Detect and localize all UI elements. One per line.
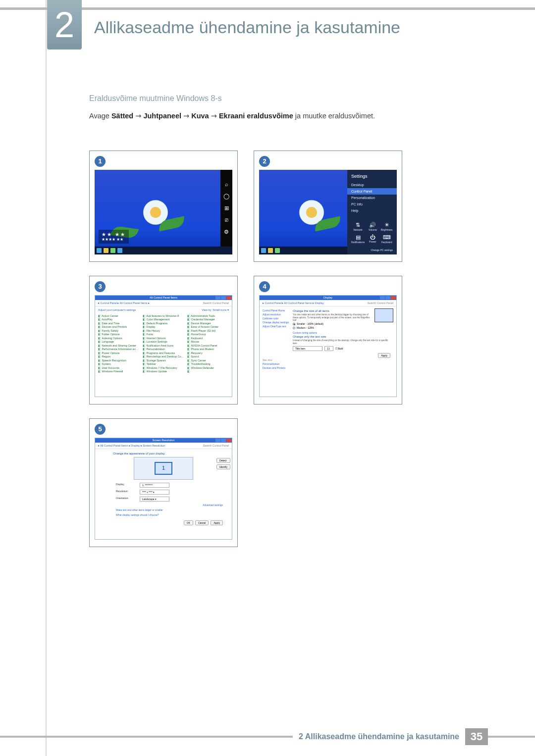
cp-item[interactable]: Color Management (143, 318, 184, 321)
display-preview[interactable]: 1 (134, 457, 193, 480)
taskbar-icon[interactable] (117, 248, 122, 253)
search-input[interactable]: Search Control Panel (203, 302, 229, 304)
max-button[interactable] (385, 296, 390, 300)
min-button[interactable] (380, 296, 385, 300)
cp-item[interactable]: Devices and Printers (98, 325, 140, 328)
taskbar-explorer-icon[interactable] (104, 248, 108, 253)
cp-item[interactable]: Recovery (187, 352, 229, 354)
start-icon[interactable]: ⊞ (223, 205, 229, 211)
min-button[interactable] (215, 439, 220, 442)
cp-item[interactable]: Add features to Windows 8 (143, 314, 184, 317)
ok-button[interactable]: OK (184, 520, 193, 525)
search-icon[interactable]: ⌕ (223, 181, 229, 187)
detect-button[interactable]: Detect (216, 458, 230, 463)
cp-item[interactable]: Windows Defender (187, 366, 229, 369)
sidebar-adjust-resolution[interactable]: Adjust resolution (263, 312, 290, 316)
cp-item[interactable]: Notification Area Icons (143, 344, 184, 347)
settings-item-controlpanel[interactable]: Control Panel (347, 188, 397, 195)
breadcrumb[interactable]: ▸ All Control Panel Items ▸ Display ▸ Sc… (95, 443, 232, 449)
cp-item[interactable]: Location Settings (143, 340, 184, 343)
cp-item[interactable]: Action Center (98, 314, 140, 317)
cp-item[interactable]: Personalization (143, 348, 184, 351)
cp-item[interactable]: Programs and Features (143, 352, 184, 354)
cancel-button[interactable]: Cancel (195, 520, 209, 525)
orientation-dropdown[interactable]: Landscape ▾ (140, 497, 169, 502)
power-icon[interactable]: ⏻Power (367, 234, 378, 244)
cp-item[interactable]: Fonts (143, 333, 184, 336)
cp-item[interactable]: Region (98, 355, 140, 358)
cp-item[interactable]: User Accounts (98, 366, 140, 369)
taskbar-ie-icon[interactable] (97, 248, 102, 253)
settings-icon[interactable]: ⚙ (223, 229, 229, 235)
taskbar-icon[interactable] (275, 248, 280, 253)
max-button[interactable] (221, 439, 226, 442)
cp-item[interactable]: Folder Options (98, 333, 140, 336)
settings-item-help[interactable]: Help (351, 207, 393, 214)
cp-item[interactable]: Display (143, 325, 184, 328)
identify-button[interactable]: Identify (216, 464, 230, 469)
viewby-dropdown[interactable]: View by: Small icons ▾ (202, 308, 229, 311)
cp-item[interactable]: Windows Update (143, 370, 184, 373)
what-settings-link[interactable]: What display settings should I choose? (99, 512, 228, 517)
cp-item[interactable]: RemoteApp and Desktop Connections (143, 355, 184, 358)
cp-item[interactable]: Speech Recognition (98, 359, 140, 362)
cp-item[interactable]: Administrative Tools (187, 314, 229, 317)
cp-item[interactable]: Sound (187, 355, 229, 358)
volume-icon[interactable]: 🔊Volume (367, 222, 378, 231)
seealso-devices[interactable]: Devices and Printers (263, 366, 290, 370)
keyboard-icon[interactable]: ⌨Keyboard (381, 234, 393, 244)
cp-item[interactable]: Phone and Modem (187, 348, 229, 351)
display-dropdown[interactable]: 1. ******** (140, 483, 169, 488)
taskbar-explorer-icon[interactable] (268, 248, 273, 253)
radio-medium[interactable]: Medium - 125% (293, 326, 373, 330)
apply-button[interactable]: Apply (378, 353, 390, 358)
sidebar-cp-home[interactable]: Control Panel Home (263, 308, 290, 312)
bold-checkbox[interactable]: ☐ Bold (335, 347, 343, 350)
item-dropdown[interactable]: Title bars (293, 346, 322, 351)
cp-item[interactable]: Date and Time (98, 322, 140, 325)
window-titlebar[interactable]: All Control Panel Items (95, 296, 232, 300)
close-button[interactable] (391, 296, 396, 300)
radio-smaller[interactable]: Smaller - 100% (default) (293, 322, 373, 326)
close-button[interactable] (226, 439, 231, 442)
size-dropdown[interactable]: 11 (324, 346, 333, 351)
cp-item[interactable]: HomeGroup (187, 333, 229, 336)
min-button[interactable] (215, 296, 220, 300)
sidebar-cleartype[interactable]: Adjust ClearType text (263, 324, 290, 328)
sidebar-change-display-settings[interactable]: Change display settings (263, 320, 290, 324)
cp-item[interactable]: Keyboard (187, 337, 229, 340)
cp-item[interactable]: Flash Player (32-bit) (187, 329, 229, 332)
search-input[interactable]: Search Control Panel (203, 444, 229, 447)
cp-item[interactable]: Taskbar (143, 362, 184, 365)
taskbar-icon[interactable] (110, 248, 115, 253)
devices-icon[interactable]: ⎚ (223, 217, 229, 223)
window-titlebar[interactable]: Display (260, 296, 396, 300)
taskbar-ie-icon[interactable] (261, 248, 266, 253)
settings-item-pcinfo[interactable]: PC info (351, 201, 393, 207)
monitor-icon[interactable]: 1 (155, 462, 172, 475)
cp-item[interactable]: Performance Information and Tools (98, 348, 140, 351)
breadcrumb[interactable]: ▸ Control Panel ▸ All Control Panel Item… (260, 300, 396, 306)
advanced-settings-link[interactable]: Advanced settings (203, 504, 223, 506)
cp-item[interactable]: Troubleshooting (187, 362, 229, 365)
cp-item[interactable] (187, 370, 229, 373)
cp-item[interactable]: Power Options (98, 352, 140, 354)
apply-button[interactable]: Apply (211, 520, 223, 525)
cp-item[interactable]: Storage Spaces (143, 359, 184, 362)
resize-text-link[interactable]: Make text and other items larger or smal… (99, 507, 228, 512)
cp-item[interactable]: Internet Options (143, 337, 184, 340)
cp-item[interactable]: AutoPlay (98, 318, 140, 321)
max-button[interactable] (221, 296, 226, 300)
search-input[interactable]: Search Control Panel (368, 302, 393, 304)
cp-item[interactable]: Network and Sharing Center (98, 344, 140, 347)
custom-sizing-link[interactable]: Custom sizing options (293, 330, 373, 334)
cp-item[interactable]: System (98, 362, 140, 365)
cp-item[interactable]: Windows 7 File Recovery (143, 366, 184, 369)
cp-item[interactable]: Family Safety (98, 329, 140, 332)
change-pc-settings-link[interactable]: Change PC settings (371, 249, 393, 252)
cp-item[interactable]: Device Manager (187, 322, 229, 325)
cp-item[interactable]: Windows Firewall (98, 370, 140, 373)
cp-item[interactable]: NVIDIA Control Panel (187, 344, 229, 347)
brightness-icon[interactable]: ☀Brightness (381, 222, 393, 231)
sidebar-calibrate-color[interactable]: Calibrate color (263, 316, 290, 320)
